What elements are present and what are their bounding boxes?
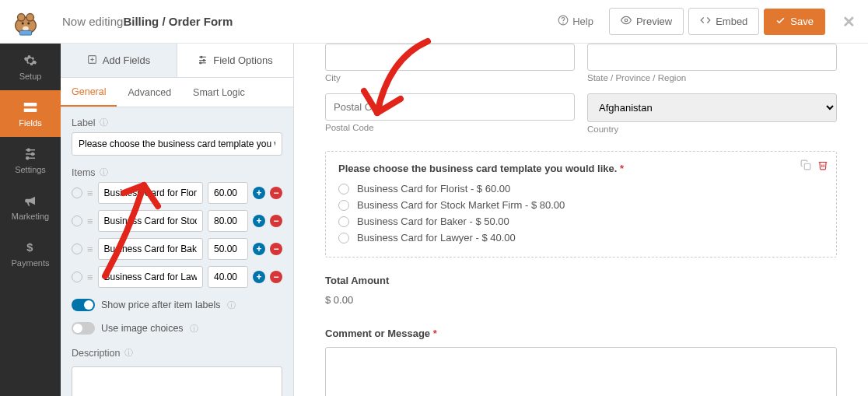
remove-item-button[interactable]: − xyxy=(270,187,282,199)
item-row: ≡ + − xyxy=(72,266,282,288)
item-row: ≡ + − xyxy=(72,182,282,204)
eye-icon xyxy=(621,15,632,28)
subtab-general[interactable]: General xyxy=(61,78,117,107)
app-logo xyxy=(11,7,40,37)
drag-handle-icon[interactable]: ≡ xyxy=(87,272,93,282)
radio-icon xyxy=(338,216,349,227)
show-price-toggle[interactable] xyxy=(72,299,95,311)
item-default-radio[interactable] xyxy=(72,244,82,254)
item-price-input[interactable] xyxy=(208,266,248,288)
duplicate-icon[interactable] xyxy=(800,159,811,173)
state-input[interactable] xyxy=(587,44,837,71)
svg-text:$: $ xyxy=(26,241,33,254)
svg-point-15 xyxy=(32,152,34,155)
plus-square-icon xyxy=(87,54,97,67)
item-row: ≡ + − xyxy=(72,210,282,232)
fields-icon xyxy=(23,100,37,114)
item-price-input[interactable] xyxy=(208,238,248,260)
total-amount: $ 0.00 xyxy=(325,294,837,306)
city-label: City xyxy=(325,73,575,82)
items-label: Itemsⓘ xyxy=(72,166,282,178)
help-link[interactable]: Help xyxy=(558,15,593,28)
remove-item-button[interactable]: − xyxy=(270,215,282,227)
radio-icon xyxy=(338,200,349,211)
nav-settings[interactable]: Settings xyxy=(0,137,61,184)
help-icon[interactable]: ⓘ xyxy=(190,323,198,335)
close-icon[interactable]: ✕ xyxy=(842,12,856,31)
use-image-label: Use image choices xyxy=(101,323,184,334)
item-name-input[interactable] xyxy=(98,266,203,288)
dollar-icon: $ xyxy=(23,240,37,254)
tab-field-options[interactable]: Field Options xyxy=(177,44,293,77)
comment-textarea[interactable] xyxy=(325,347,837,396)
option-item[interactable]: Business Card for Lawyer - $ 40.00 xyxy=(338,230,824,246)
svg-point-5 xyxy=(23,26,29,30)
nav-fields[interactable]: Fields xyxy=(0,90,61,137)
remove-item-button[interactable]: − xyxy=(270,271,282,283)
megaphone-icon xyxy=(23,194,37,208)
item-price-input[interactable] xyxy=(208,182,248,204)
svg-rect-28 xyxy=(804,163,810,170)
item-name-input[interactable] xyxy=(98,238,203,260)
embed-button[interactable]: Embed xyxy=(688,8,759,35)
form-title: Billing / Order Form xyxy=(123,15,233,28)
subtab-advanced[interactable]: Advanced xyxy=(117,78,182,107)
save-button[interactable]: Save xyxy=(764,9,825,35)
description-input[interactable] xyxy=(72,366,282,396)
remove-item-button[interactable]: − xyxy=(270,243,282,255)
option-item[interactable]: Business Card for Baker - $ 50.00 xyxy=(338,213,824,230)
help-icon[interactable]: ⓘ xyxy=(227,300,236,311)
item-name-input[interactable] xyxy=(98,210,203,232)
nav-payments[interactable]: $ Payments xyxy=(0,230,61,277)
nav-setup[interactable]: Setup xyxy=(0,44,61,90)
item-price-input[interactable] xyxy=(208,210,248,232)
help-icon[interactable]: ⓘ xyxy=(100,166,108,178)
item-name-input[interactable] xyxy=(98,182,203,204)
option-item[interactable]: Business Card for Florist - $ 60.00 xyxy=(338,180,824,197)
item-default-radio[interactable] xyxy=(72,187,82,198)
help-icon[interactable]: ⓘ xyxy=(100,117,108,128)
svg-point-3 xyxy=(22,22,24,24)
use-image-toggle[interactable] xyxy=(72,322,95,335)
template-choice-block[interactable]: Please choose the business card template… xyxy=(325,151,837,258)
add-item-button[interactable]: + xyxy=(253,271,265,283)
svg-point-9 xyxy=(625,19,628,22)
state-label: State / Province / Region xyxy=(587,73,837,82)
drag-handle-icon[interactable]: ≡ xyxy=(87,244,93,254)
help-icon[interactable]: ⓘ xyxy=(124,347,133,359)
tab-add-fields[interactable]: Add Fields xyxy=(61,44,177,77)
city-input[interactable] xyxy=(325,44,575,71)
country-label: Country xyxy=(587,124,837,134)
postal-input[interactable] xyxy=(325,93,575,121)
code-icon xyxy=(700,15,711,28)
radio-icon xyxy=(338,233,349,244)
sliders-icon xyxy=(198,54,208,67)
svg-rect-6 xyxy=(19,30,31,35)
item-default-radio[interactable] xyxy=(72,272,82,282)
item-row: ≡ + − xyxy=(72,238,282,260)
trash-icon[interactable] xyxy=(817,159,828,173)
svg-point-4 xyxy=(27,22,30,24)
drag-handle-icon[interactable]: ≡ xyxy=(87,216,93,226)
label-input[interactable] xyxy=(72,132,282,156)
description-label: Descriptionⓘ xyxy=(72,347,282,359)
preview-button[interactable]: Preview xyxy=(609,8,684,35)
postal-label: Postal Code xyxy=(325,123,575,132)
form-preview: City State / Province / Region Postal Co… xyxy=(294,44,868,396)
title-prefix: Now editing xyxy=(62,15,123,28)
subtab-smart-logic[interactable]: Smart Logic xyxy=(182,78,256,107)
item-default-radio[interactable] xyxy=(72,216,82,226)
add-item-button[interactable]: + xyxy=(253,243,265,255)
country-select[interactable]: Afghanistan xyxy=(587,93,837,122)
svg-point-13 xyxy=(27,149,30,151)
side-panel: Add Fields Field Options General Advance… xyxy=(61,44,294,396)
drag-handle-icon[interactable]: ≡ xyxy=(87,188,93,198)
svg-rect-10 xyxy=(24,103,37,107)
option-item[interactable]: Business Card for Stock Market Firm - $ … xyxy=(338,197,824,213)
nav-marketing[interactable]: Marketing xyxy=(0,184,61,230)
radio-icon xyxy=(338,184,349,194)
gear-icon xyxy=(23,54,37,68)
svg-point-8 xyxy=(563,23,564,23)
add-item-button[interactable]: + xyxy=(253,215,265,227)
add-item-button[interactable]: + xyxy=(253,187,265,199)
